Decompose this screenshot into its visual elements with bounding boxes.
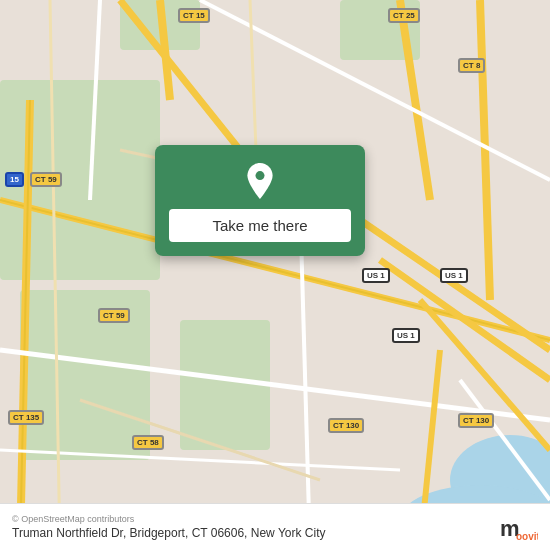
osm-attribution: © OpenStreetMap contributors	[12, 514, 325, 524]
address-text: Truman Northfield Dr, Bridgeport, CT 066…	[12, 526, 325, 540]
overlay-card: Take me there	[155, 145, 365, 256]
shield-ct130-b: CT 130	[458, 413, 494, 428]
shield-ct130-a: CT 130	[328, 418, 364, 433]
svg-text:oovit: oovit	[516, 531, 538, 542]
moovit-logo-svg: m oovit	[500, 512, 538, 542]
shield-us1-b: US 1	[440, 268, 468, 283]
bottom-bar: © OpenStreetMap contributors Truman Nort…	[0, 503, 550, 550]
map-container: CT 15 CT 25 CT 8 15 CT 59 US 1 US 1 US 1…	[0, 0, 550, 550]
take-me-there-button[interactable]: Take me there	[169, 209, 351, 242]
shield-ct58: CT 58	[132, 435, 164, 450]
svg-rect-2	[20, 290, 150, 460]
shield-ct25: CT 25	[388, 8, 420, 23]
shield-ct15: CT 15	[178, 8, 210, 23]
shield-us1-c: US 1	[392, 328, 420, 343]
shield-ct59-mid: CT 59	[98, 308, 130, 323]
shield-ct135: CT 135	[8, 410, 44, 425]
shield-ct8: CT 8	[458, 58, 485, 73]
shield-us1-a: US 1	[362, 268, 390, 283]
shield-15-blue: 15	[5, 172, 24, 187]
moovit-logo: m oovit	[500, 512, 538, 542]
svg-point-30	[256, 171, 265, 180]
map-pin-icon	[242, 163, 278, 199]
bottom-info: © OpenStreetMap contributors Truman Nort…	[12, 514, 325, 540]
shield-ct59-left: CT 59	[30, 172, 62, 187]
